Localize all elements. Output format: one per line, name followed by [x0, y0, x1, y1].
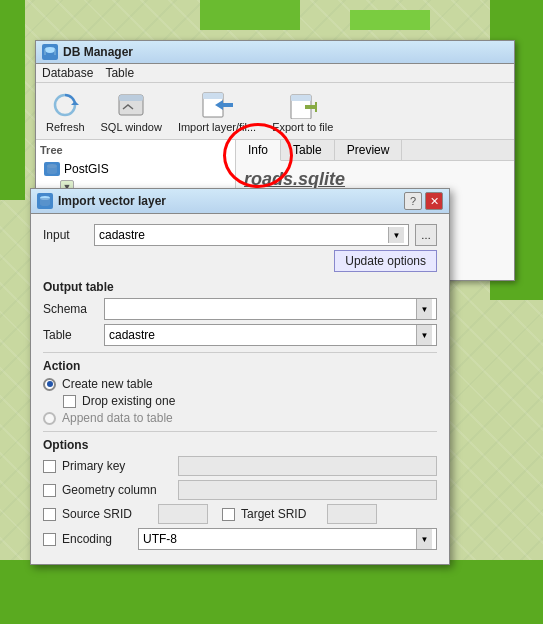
menu-database[interactable]: Database — [42, 66, 93, 80]
target-srid-label: Target SRID — [241, 507, 321, 521]
refresh-icon — [49, 89, 81, 121]
encoding-combo-arrow[interactable]: ▼ — [416, 529, 432, 549]
radio-create-new-input[interactable] — [43, 378, 56, 391]
encoding-row: Encoding UTF-8 ▼ — [43, 528, 437, 550]
import-titlebar-buttons: ? ✕ — [404, 192, 443, 210]
geometry-column-input[interactable] — [178, 480, 437, 500]
check-drop-existing: Drop existing one — [63, 394, 437, 408]
check-drop-existing-label: Drop existing one — [82, 394, 175, 408]
db-manager-title: DB Manager — [63, 45, 133, 59]
options-label: Options — [43, 438, 437, 452]
radio-append-label: Append data to table — [62, 411, 173, 425]
divider-1 — [43, 352, 437, 353]
schema-label: Schema — [43, 302, 98, 316]
tree-item-postgis[interactable]: PostGIS — [40, 160, 231, 178]
encoding-label: Encoding — [62, 532, 132, 546]
import-icon — [201, 89, 233, 121]
schema-combo-arrow[interactable]: ▼ — [416, 299, 432, 319]
export-icon — [287, 89, 319, 121]
divider-2 — [43, 431, 437, 432]
schema-row: Schema ▼ — [43, 298, 437, 320]
primary-key-input[interactable] — [178, 456, 437, 476]
import-layer-button[interactable]: Import layer/fil... — [174, 87, 260, 135]
svg-rect-10 — [291, 95, 311, 101]
geometry-column-check[interactable] — [43, 484, 56, 497]
input-combo-arrow[interactable]: ▼ — [388, 227, 404, 243]
import-titlebar: Import vector layer ? ✕ — [31, 189, 449, 214]
tab-preview[interactable]: Preview — [335, 140, 403, 160]
schema-combo[interactable]: ▼ — [104, 298, 437, 320]
svg-rect-7 — [203, 93, 223, 99]
svg-rect-5 — [119, 95, 143, 101]
import-body: Input cadastre ▼ … Update options Output… — [31, 214, 449, 564]
primary-key-label: Primary key — [62, 459, 172, 473]
table-combo[interactable]: cadastre ▼ — [104, 324, 437, 346]
radio-append-data: Append data to table — [43, 411, 437, 425]
db-menubar: Database Table — [36, 64, 514, 83]
db-manager-icon — [42, 44, 58, 60]
target-srid-input[interactable] — [327, 504, 377, 524]
svg-marker-3 — [71, 101, 79, 105]
menu-table[interactable]: Table — [105, 66, 134, 80]
source-srid-check[interactable] — [43, 508, 56, 521]
encoding-value: UTF-8 — [143, 532, 416, 546]
geometry-column-row: Geometry column — [43, 480, 437, 500]
encoding-check[interactable] — [43, 533, 56, 546]
radio-create-new-label: Create new table — [62, 377, 153, 391]
input-row: Input cadastre ▼ … — [43, 224, 437, 246]
sql-icon — [115, 89, 147, 121]
radio-create-new: Create new table — [43, 377, 437, 391]
update-btn-row: Update options — [43, 250, 437, 272]
tree-title: Tree — [40, 144, 231, 156]
check-drop-existing-input[interactable] — [63, 395, 76, 408]
radio-append-input[interactable] — [43, 412, 56, 425]
export-file-button[interactable]: Export to file — [268, 87, 337, 135]
input-label: Input — [43, 228, 88, 242]
update-options-button[interactable]: Update options — [334, 250, 437, 272]
import-dialog: Import vector layer ? ✕ Input cadastre ▼… — [30, 188, 450, 565]
source-srid-input[interactable] — [158, 504, 208, 524]
sql-window-button[interactable]: SQL window — [97, 87, 166, 135]
table-value: cadastre — [109, 328, 416, 342]
info-title: roads.sqlite — [244, 169, 506, 190]
db-tabs: Info Table Preview — [236, 140, 514, 161]
encoding-combo[interactable]: UTF-8 ▼ — [138, 528, 437, 550]
help-button[interactable]: ? — [404, 192, 422, 210]
browse-button[interactable]: … — [415, 224, 437, 246]
primary-key-check[interactable] — [43, 460, 56, 473]
action-label: Action — [43, 359, 437, 373]
postgis-label: PostGIS — [64, 162, 109, 176]
table-label: Table — [43, 328, 98, 342]
input-combo[interactable]: cadastre ▼ — [94, 224, 409, 246]
import-dialog-icon — [37, 193, 53, 209]
postgis-icon — [44, 162, 60, 176]
import-dialog-title: Import vector layer — [58, 194, 166, 208]
close-button[interactable]: ✕ — [425, 192, 443, 210]
import-label: Import layer/fil... — [178, 121, 256, 133]
refresh-label: Refresh — [46, 121, 85, 133]
tab-info[interactable]: Info — [236, 140, 281, 161]
db-toolbar: Refresh SQL window — [36, 83, 514, 140]
geometry-column-label: Geometry column — [62, 483, 172, 497]
import-title-left: Import vector layer — [37, 193, 166, 209]
refresh-button[interactable]: Refresh — [42, 87, 89, 135]
primary-key-row: Primary key — [43, 456, 437, 476]
table-combo-arrow[interactable]: ▼ — [416, 325, 432, 345]
table-row: Table cadastre ▼ — [43, 324, 437, 346]
sql-window-label: SQL window — [101, 121, 162, 133]
source-srid-label: Source SRID — [62, 507, 152, 521]
output-table-label: Output table — [43, 280, 437, 294]
input-combo-text: cadastre — [99, 228, 388, 242]
db-title-left: DB Manager — [42, 44, 133, 60]
export-label: Export to file — [272, 121, 333, 133]
target-srid-check[interactable] — [222, 508, 235, 521]
db-manager-titlebar: DB Manager — [36, 41, 514, 64]
tab-table[interactable]: Table — [281, 140, 335, 160]
srid-row: Source SRID Target SRID — [43, 504, 437, 524]
